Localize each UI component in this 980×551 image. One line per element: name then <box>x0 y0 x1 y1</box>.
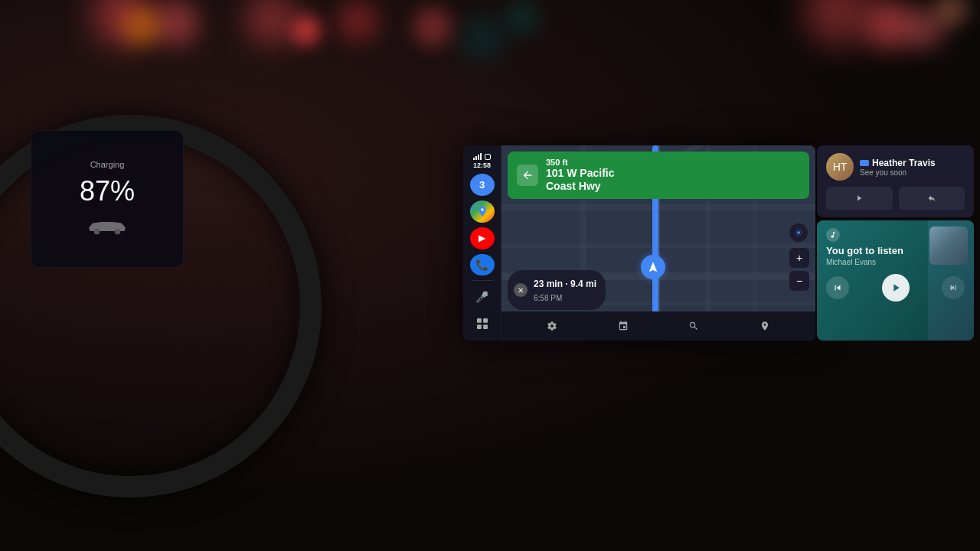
nav-street: 101 W PacificCoast Hwy <box>546 167 800 193</box>
grid-icon <box>477 318 488 329</box>
signal-icons <box>473 153 491 160</box>
settings-toolbar-button[interactable] <box>541 315 563 337</box>
search-toolbar-button[interactable] <box>683 315 704 337</box>
sidebar-app-number[interactable]: 3 <box>470 174 495 196</box>
app-sidebar: 12:58 3 ▶ 📞 🎤 <box>463 145 501 341</box>
message-header: HT Heather Travis See you soon <box>826 153 965 181</box>
music-card: You got to listen Michael Evans <box>817 220 974 341</box>
time-display: 12:58 <box>473 161 491 169</box>
maps-icon <box>476 205 488 217</box>
skip-prev-icon <box>832 282 843 293</box>
svg-point-2 <box>481 209 483 211</box>
microphone-icon: 🎤 <box>475 291 488 303</box>
play-icon-music <box>890 282 902 294</box>
eta-close-button[interactable]: ✕ <box>514 283 528 297</box>
car-location-marker <box>641 255 665 279</box>
prev-track-button[interactable] <box>826 276 849 299</box>
svg-point-1 <box>115 229 121 235</box>
svg-point-7 <box>797 231 800 234</box>
message-bubble-icon <box>861 160 868 165</box>
left-turn-icon <box>521 169 534 181</box>
message-preview: See you soon <box>860 168 965 177</box>
location-beacon-button[interactable] <box>789 223 808 242</box>
sidebar-app-voice[interactable]: 🎤 <box>470 285 495 308</box>
message-type-icon <box>860 160 869 166</box>
svg-rect-9 <box>861 160 868 165</box>
sidebar-app-maps[interactable] <box>470 201 495 223</box>
nav-info: 350 ft 101 W PacificCoast Hwy <box>546 158 800 193</box>
svg-rect-6 <box>483 324 488 329</box>
map-toolbar <box>501 311 815 341</box>
message-reply-button[interactable] <box>899 187 965 210</box>
zoom-out-button[interactable]: − <box>789 271 809 291</box>
route-icon <box>618 321 629 331</box>
navigation-arrow-icon <box>647 261 659 273</box>
battery-percentage: 87% <box>80 175 135 207</box>
message-actions <box>826 187 965 210</box>
dashboard-cluster: Charging 87% <box>31 130 184 268</box>
infotainment-screen: 12:58 3 ▶ 📞 🎤 <box>463 145 815 341</box>
sidebar-app-grid[interactable] <box>470 312 495 334</box>
svg-rect-5 <box>477 324 482 329</box>
message-play-button[interactable] <box>826 187 893 210</box>
navigation-banner: 350 ft 101 W PacificCoast Hwy <box>508 152 809 199</box>
reply-icon <box>927 194 936 203</box>
message-info: Heather Travis See you soon <box>860 158 965 177</box>
music-service-icon <box>826 228 840 242</box>
album-art <box>929 227 968 265</box>
charging-label: Charging <box>90 160 125 169</box>
cellular-signal <box>473 153 482 160</box>
status-bar: 12:58 <box>463 150 501 171</box>
map-area[interactable]: 350 ft 101 W PacificCoast Hwy ✕ 23 min ·… <box>501 145 815 341</box>
marker-circle <box>641 255 665 279</box>
location-beacon-icon <box>794 228 803 237</box>
sidebar-app-phone[interactable]: 📞 <box>470 254 495 276</box>
svg-rect-4 <box>483 318 488 323</box>
svg-point-0 <box>94 229 100 235</box>
search-icon <box>688 321 699 331</box>
nav-distance: 350 ft <box>546 158 800 167</box>
play-pause-button[interactable] <box>882 274 910 302</box>
car-icon <box>84 215 130 238</box>
battery-icon <box>485 154 491 160</box>
right-panel: HT Heather Travis See you soon <box>817 145 974 341</box>
message-card: HT Heather Travis See you soon <box>817 145 974 217</box>
youtube-icon: ▶ <box>479 233 485 243</box>
sidebar-divider <box>472 280 493 281</box>
pin-icon <box>760 321 770 331</box>
map-zoom-controls: + − <box>789 223 809 291</box>
svg-rect-3 <box>477 318 482 323</box>
eta-arrival-time: 6:58 PM <box>534 294 562 302</box>
eta-info: 23 min · 9.4 mi 6:58 PM <box>534 276 596 304</box>
contact-name: Heather Travis <box>872 158 936 168</box>
settings-icon <box>547 321 557 331</box>
eta-bar: ✕ 23 min · 9.4 mi 6:58 PM <box>508 270 606 310</box>
turn-arrow <box>517 165 538 186</box>
sidebar-app-youtube[interactable]: ▶ <box>470 227 495 249</box>
music-note-icon <box>829 231 837 239</box>
eta-duration: 23 min · 9.4 mi <box>534 279 596 289</box>
route-toolbar-button[interactable] <box>612 315 634 337</box>
phone-icon: 📞 <box>475 259 488 271</box>
play-icon <box>854 194 864 203</box>
pin-toolbar-button[interactable] <box>754 315 776 337</box>
zoom-in-button[interactable]: + <box>789 248 809 268</box>
contact-avatar: HT <box>826 153 854 181</box>
